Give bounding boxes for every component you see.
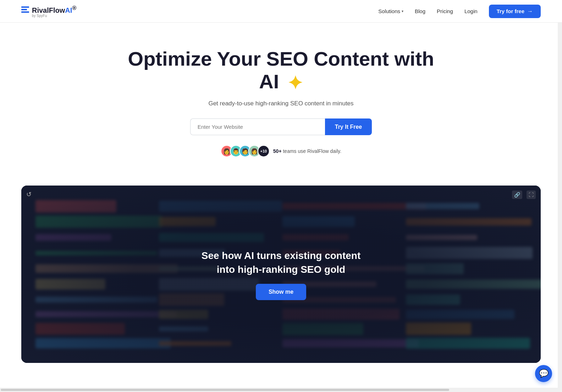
- logo-main: RivalFlowAI®: [21, 5, 77, 15]
- logo-ai: AI: [65, 6, 72, 14]
- video-overlay: See how AI turns existing content into h…: [21, 186, 541, 363]
- search-container: Try It Free: [7, 118, 555, 135]
- expand-icon[interactable]: ⛶: [527, 191, 536, 199]
- video-top-right-icons: 🔗 ⛶: [512, 191, 536, 199]
- right-scrollbar: [558, 0, 562, 363]
- nav-blog[interactable]: Blog: [415, 8, 425, 14]
- logo-area: RivalFlowAI® by SpyFu: [21, 5, 77, 18]
- hero-section: Optimize Your SEO Content with AI ✦ Get …: [0, 23, 562, 186]
- reload-icon[interactable]: ↺: [26, 191, 32, 198]
- logo-icon: [21, 6, 29, 13]
- video-background: See how AI turns existing content into h…: [21, 186, 541, 363]
- logo-registered: ®: [72, 5, 76, 11]
- nav-login[interactable]: Login: [464, 8, 478, 14]
- show-me-button[interactable]: Show me: [256, 284, 306, 300]
- try-it-free-button[interactable]: Try It Free: [325, 118, 372, 135]
- logo-byline: by SpyFu: [32, 14, 47, 18]
- avatar-plus-badge: +10: [258, 145, 270, 157]
- video-heading: See how AI turns existing content into h…: [202, 249, 361, 276]
- solutions-chevron-icon: ▾: [402, 9, 403, 13]
- hero-sparkle-icon: ✦: [287, 73, 303, 94]
- nav-links: Solutions ▾ Blog Pricing Login Try for f…: [378, 5, 541, 18]
- nav-cta-arrow-icon: →: [527, 8, 533, 15]
- nav-solutions[interactable]: Solutions ▾: [378, 8, 403, 14]
- avatar-group: 👩 👨 🧑 👩 +10: [221, 145, 270, 157]
- nav-cta-button[interactable]: Try for free →: [489, 5, 541, 18]
- social-proof-text: 50+ teams use RivalFlow daily.: [273, 148, 341, 154]
- hero-title: Optimize Your SEO Content with AI ✦: [121, 48, 441, 94]
- nav-pricing[interactable]: Pricing: [437, 8, 453, 14]
- hero-subtitle: Get ready-to-use high-ranking SEO conten…: [7, 100, 555, 107]
- website-search-input[interactable]: [190, 118, 325, 135]
- social-proof: 👩 👨 🧑 👩 +10 50+ teams use RivalFlow dail…: [7, 145, 555, 157]
- link-icon[interactable]: 🔗: [512, 191, 522, 199]
- logo-text: RivalFlowAI®: [32, 5, 77, 15]
- navbar: RivalFlowAI® by SpyFu Solutions ▾ Blog P…: [0, 0, 562, 23]
- video-section: See how AI turns existing content into h…: [21, 186, 541, 363]
